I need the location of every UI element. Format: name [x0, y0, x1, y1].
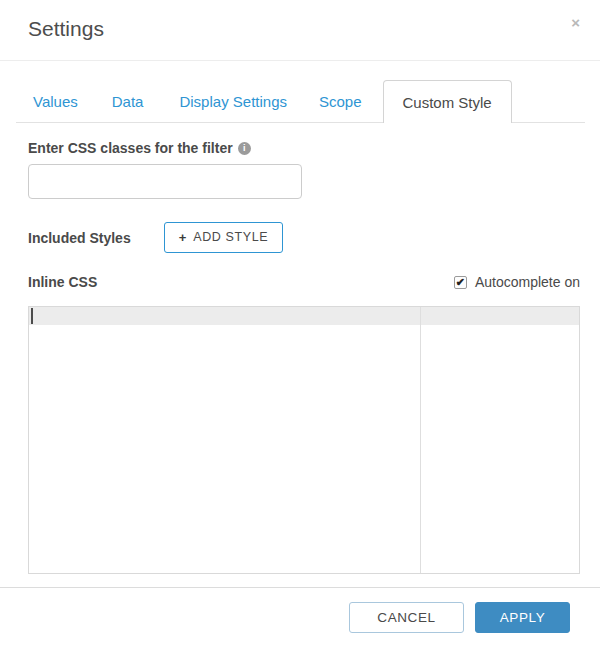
- cancel-button[interactable]: CANCEL: [349, 602, 464, 633]
- css-classes-label: Enter CSS classes for the filter: [28, 140, 233, 156]
- editor-active-line: [29, 307, 579, 325]
- dialog-header: Settings ×: [0, 0, 600, 61]
- add-style-button[interactable]: + ADD STYLE: [164, 222, 283, 253]
- tab-scope[interactable]: Scope: [319, 94, 362, 123]
- included-styles-label: Included Styles: [28, 230, 131, 246]
- settings-dialog: Settings × Values Data Display Settings …: [0, 0, 600, 647]
- add-style-button-label: ADD STYLE: [193, 231, 268, 244]
- tab-bar: Values Data Display Settings Scope Custo…: [0, 80, 600, 123]
- inline-css-label: Inline CSS: [28, 274, 97, 290]
- apply-button[interactable]: APPLY: [475, 602, 570, 633]
- plus-icon: +: [179, 231, 187, 244]
- autocomplete-label: Autocomplete on: [475, 274, 580, 290]
- tab-values[interactable]: Values: [33, 94, 78, 123]
- dialog-title: Settings: [28, 17, 572, 41]
- dialog-footer: CANCEL APPLY: [0, 587, 600, 633]
- css-classes-input[interactable]: [28, 164, 302, 199]
- editor-cursor: [31, 308, 33, 324]
- autocomplete-checkbox[interactable]: ✔: [454, 276, 467, 289]
- close-icon[interactable]: ×: [567, 12, 584, 34]
- tab-data[interactable]: Data: [112, 94, 144, 123]
- info-icon[interactable]: i: [238, 142, 251, 155]
- editor-print-margin: [420, 307, 421, 573]
- css-code-editor[interactable]: [28, 306, 580, 574]
- tab-panel-custom-style: Enter CSS classes for the filter i Inclu…: [0, 140, 600, 574]
- tab-custom-style[interactable]: Custom Style: [383, 80, 512, 123]
- tab-display-settings[interactable]: Display Settings: [179, 94, 287, 123]
